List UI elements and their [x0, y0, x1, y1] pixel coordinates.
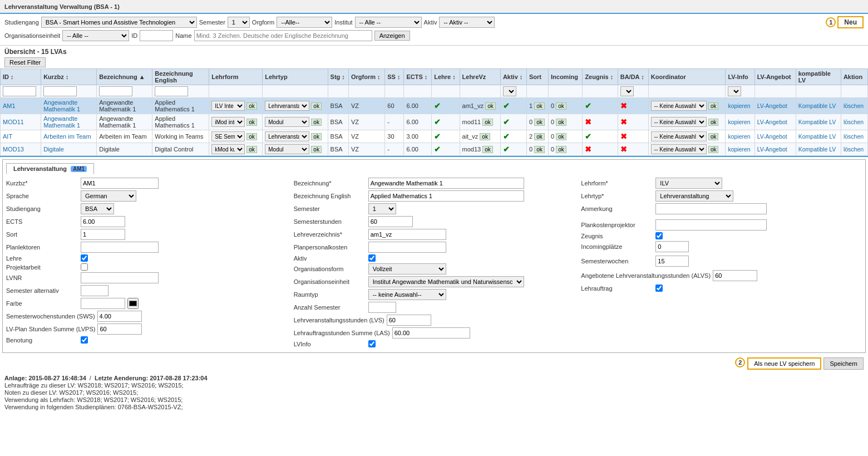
lehrevz-ok[interactable]: ok: [482, 119, 493, 126]
studiengang-f-select[interactable]: BSA: [81, 203, 114, 214]
lehrform-select[interactable]: ILV Inte: [211, 101, 245, 111]
col-zeugnis[interactable]: Zeugnis ↕: [583, 69, 618, 85]
lehrtyp-ok[interactable]: ok: [311, 146, 322, 153]
lehrform-ok[interactable]: ok: [246, 102, 257, 110]
bezeichnung-en-input[interactable]: [368, 190, 524, 202]
col-bezeichnung-en[interactable]: BezeichnungEnglish: [152, 69, 209, 85]
col-aktion[interactable]: Aktion: [841, 69, 867, 85]
col-lvangebot[interactable]: LV-Angebot: [754, 69, 796, 85]
lvs-input[interactable]: [387, 315, 431, 326]
lvinfo-checkbox[interactable]: [368, 340, 376, 347]
lehrform-f-select[interactable]: ILV: [655, 178, 722, 189]
farbe-color[interactable]: [127, 298, 139, 309]
org-einheit-select[interactable]: -- Alle --: [62, 30, 129, 41]
lehrveranstaltung-tab[interactable]: Lehrveranstaltung AM1: [6, 163, 94, 174]
las-input[interactable]: [392, 327, 470, 339]
kurzbz-link[interactable]: Digitale: [43, 146, 64, 153]
col-incoming[interactable]: Incoming: [549, 69, 583, 85]
save-new-button[interactable]: Als neue LV speichern: [747, 357, 821, 370]
aktiv-select[interactable]: -- Aktiv --: [439, 17, 495, 28]
col-lehrtyp[interactable]: Lehrtyp: [263, 69, 328, 85]
anzeigen-button[interactable]: Anzeigen: [374, 31, 410, 41]
lehreverz-input[interactable]: [368, 229, 446, 240]
incoming-ok[interactable]: ok: [556, 119, 566, 126]
lv-angebot-link-4[interactable]: LV-Angebot: [757, 146, 787, 153]
lehrform-ok[interactable]: ok: [246, 146, 257, 153]
neu-button[interactable]: Neu: [837, 16, 864, 28]
lehrform-ok[interactable]: ok: [246, 133, 257, 140]
loeschen-link-1[interactable]: löschen: [844, 102, 864, 109]
plankostenprojektor-input[interactable]: [655, 219, 767, 231]
lv-angebot-link-2[interactable]: LV-Angebot: [757, 119, 787, 125]
kurzbz-link[interactable]: Arbeiten im Team: [43, 133, 91, 140]
lehrevz-ok[interactable]: ok: [480, 133, 490, 140]
id-link[interactable]: MOD11: [3, 119, 24, 125]
koordinator-select[interactable]: -- Keine Auswahl --: [651, 144, 707, 154]
ects-input[interactable]: [81, 216, 125, 227]
filter-bada-sel[interactable]: [620, 86, 634, 96]
table-row[interactable]: AIT Arbeiten im Team Arbeiten im Team Wo…: [1, 130, 868, 143]
kurzbz-input[interactable]: [81, 178, 159, 189]
orgform-f-select[interactable]: Vollzeit: [368, 263, 446, 274]
lehrtyp-select[interactable]: Lehrveranstaltung: [265, 101, 309, 111]
lehrform-select[interactable]: kMod kul: [211, 144, 245, 154]
filter-bezeichnung-en[interactable]: [155, 86, 188, 96]
incoming-plaetze-input[interactable]: [655, 241, 689, 252]
kurzbz-link[interactable]: AngewandteMathematik 1: [43, 115, 80, 129]
koordinator-ok[interactable]: ok: [708, 146, 719, 153]
koordinator-ok[interactable]: ok: [708, 119, 719, 126]
aktiv-checkbox[interactable]: [368, 254, 376, 262]
sort-ok[interactable]: ok: [534, 133, 545, 140]
filter-kurzbz[interactable]: [43, 86, 77, 96]
sort-ok[interactable]: ok: [534, 102, 545, 110]
raumtyp-select[interactable]: -- keine Auswahl--: [368, 289, 446, 300]
col-kurzbz[interactable]: Kurzbz ↕: [41, 69, 97, 85]
koordinator-select[interactable]: -- Keine Auswahl --: [651, 101, 707, 111]
col-lvinfo[interactable]: LV-Info: [726, 69, 754, 85]
alvs-input[interactable]: [713, 270, 757, 281]
farbe-input[interactable]: [81, 298, 125, 309]
lehrform-ok[interactable]: ok: [246, 119, 257, 126]
loeschen-link-3[interactable]: löschen: [844, 133, 864, 140]
loeschen-link-2[interactable]: löschen: [844, 119, 864, 125]
id-link[interactable]: AM1: [3, 102, 16, 109]
lehrform-select[interactable]: SE Semi: [211, 131, 245, 141]
lehrevz-ok[interactable]: ok: [482, 146, 493, 153]
col-lehrform[interactable]: Lehrform: [209, 69, 263, 85]
col-id[interactable]: ID ↕: [1, 69, 41, 85]
kompatible-link-2[interactable]: Kompatible LV: [798, 119, 836, 125]
col-kompatible[interactable]: kompatibleLV: [796, 69, 841, 85]
kompatible-link-4[interactable]: Kompatible LV: [798, 146, 836, 153]
anzahl-semester-input[interactable]: [368, 302, 396, 313]
loeschen-link-4[interactable]: löschen: [844, 146, 864, 153]
institut-select[interactable]: -- Alle --: [355, 17, 422, 28]
benotung-checkbox[interactable]: [81, 336, 88, 344]
lehrform-select[interactable]: iMod inte: [211, 117, 245, 127]
koordinator-select[interactable]: -- Keine Auswahl --: [651, 131, 707, 141]
col-sort[interactable]: Sort: [527, 69, 549, 85]
save-button[interactable]: Speichern: [823, 357, 864, 370]
kopieren-link-4[interactable]: kopieren: [728, 146, 750, 153]
semesterwochen-input[interactable]: [655, 256, 689, 267]
planpersonalkosten-input[interactable]: [368, 242, 446, 253]
kompatible-link-1[interactable]: Kompatible LV: [798, 102, 836, 109]
filter-lvinfo-sel[interactable]: [728, 86, 741, 96]
col-stg[interactable]: Stg ↕: [328, 69, 348, 85]
lvps-input[interactable]: [97, 323, 142, 335]
lehre-checkbox[interactable]: [81, 254, 88, 262]
col-lehrevz[interactable]: LehreVz: [460, 69, 500, 85]
lehrtyp-f-select[interactable]: Lehrveranstaltung: [655, 190, 733, 202]
col-ss[interactable]: SS ↕: [385, 69, 404, 85]
sprache-select[interactable]: German: [81, 190, 136, 202]
col-aktiv[interactable]: Aktiv ↕: [500, 69, 526, 85]
bezeichnung-input[interactable]: [368, 178, 524, 189]
id-input[interactable]: [140, 30, 173, 41]
anmerkung-input[interactable]: [655, 203, 767, 214]
filter-id[interactable]: [3, 86, 36, 96]
lehrtyp-select[interactable]: Lehrveranstaltung: [265, 131, 309, 141]
col-lehre[interactable]: Lehre ↕: [432, 69, 460, 85]
sws-input[interactable]: [97, 311, 142, 322]
sort-ok[interactable]: ok: [534, 119, 545, 126]
name-input[interactable]: [194, 30, 372, 41]
koordinator-ok[interactable]: ok: [708, 102, 719, 110]
